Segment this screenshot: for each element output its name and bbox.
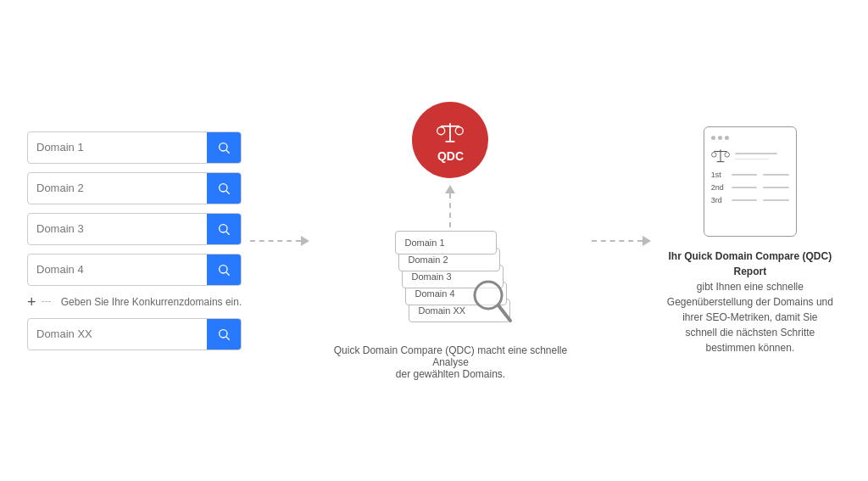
search-button-1[interactable] [207, 132, 241, 163]
search-button-extra[interactable] [207, 319, 241, 350]
right-description: Ihr Quick Domain Compare (QDC) Report gi… [665, 249, 835, 355]
rank-item-3: 3rd [711, 196, 789, 204]
svg-line-1 [226, 150, 230, 154]
input-row-3[interactable] [27, 213, 242, 245]
center-section: QDC Domain 1 Domain 2 Domain 3 Domain 4 … [318, 102, 582, 380]
search-button-3[interactable] [207, 214, 241, 244]
svg-point-21 [711, 152, 716, 157]
vertical-arrow [445, 185, 455, 227]
left-section: + Geben Sie Ihre Konkurrenzdomains ein. [27, 131, 242, 350]
rank-3-label: 3rd [711, 196, 728, 204]
arrow-up-head [445, 185, 455, 193]
svg-line-18 [498, 305, 510, 321]
rank-item-1: 1st [711, 171, 789, 179]
domain-input-extra[interactable] [28, 327, 207, 340]
svg-point-2 [220, 183, 227, 191]
caption-line2: der gewählten Domains. [318, 368, 582, 380]
input-row-1[interactable] [27, 131, 242, 164]
domain-input-1[interactable] [28, 141, 207, 154]
center-caption: Quick Domain Compare (QDC) macht eine sc… [318, 344, 582, 380]
magnifier-icon [471, 278, 514, 328]
right-section: 1st 2nd 3rd Ihr Quick Domain Compare (QD [659, 126, 841, 355]
qdc-text: QDC [437, 149, 464, 163]
input-row-2[interactable] [27, 172, 242, 204]
domain-input-2[interactable] [28, 182, 207, 194]
domain-input-3[interactable] [28, 222, 207, 235]
svg-line-5 [226, 232, 230, 235]
report-lines [735, 153, 789, 159]
right-arrow [583, 236, 659, 246]
search-button-4[interactable] [207, 254, 241, 285]
svg-line-7 [226, 272, 230, 276]
dashed-line-vertical [449, 193, 451, 227]
rank-list: 1st 2nd 3rd [711, 171, 789, 227]
input-row-4[interactable] [27, 254, 242, 286]
domain-input-4[interactable] [28, 263, 207, 276]
stacked-cards: Domain 1 Domain 2 Domain 3 Domain 4 Doma… [395, 231, 505, 333]
main-container: + Geben Sie Ihre Konkurrenzdomains ein. [27, 29, 841, 453]
card-dots [711, 136, 789, 140]
report-balance-icon [711, 147, 730, 165]
header-line [735, 153, 777, 154]
balance-icon [435, 117, 465, 148]
dot-2 [718, 136, 722, 140]
separator-label: Geben Sie Ihre Konkurrenzdomains ein. [61, 296, 242, 308]
svg-point-13 [456, 126, 464, 134]
rank-2-label: 2nd [711, 183, 728, 192]
svg-line-3 [226, 191, 230, 194]
dot-1 [711, 136, 715, 140]
caption-line1: Quick Domain Compare (QDC) macht eine sc… [318, 344, 582, 368]
rank-item-2: 2nd [711, 183, 789, 192]
search-button-2[interactable] [207, 173, 241, 204]
stacked-card-1: Domain 1 [395, 231, 497, 254]
svg-point-6 [220, 265, 227, 272]
right-text-body: gibt Ihnen eine schnelle Gegenüberstellu… [667, 281, 833, 354]
plus-icon: + [27, 294, 36, 310]
svg-point-4 [220, 224, 227, 232]
dot-3 [725, 136, 729, 140]
rank-1-label: 1st [711, 171, 728, 179]
report-card: 1st 2nd 3rd [704, 126, 797, 237]
svg-point-8 [220, 329, 227, 337]
report-icon-row [711, 147, 789, 165]
svg-point-12 [437, 126, 445, 134]
qdc-circle: QDC [412, 102, 488, 178]
left-arrow [242, 236, 318, 246]
separator-row: + Geben Sie Ihre Konkurrenzdomains ein. [27, 294, 242, 310]
svg-point-22 [725, 152, 730, 157]
right-text-bold: Ihr Quick Domain Compare (QDC) Report [669, 250, 832, 277]
svg-point-0 [220, 143, 227, 150]
svg-line-9 [226, 337, 230, 340]
input-row-extra[interactable] [27, 318, 242, 350]
